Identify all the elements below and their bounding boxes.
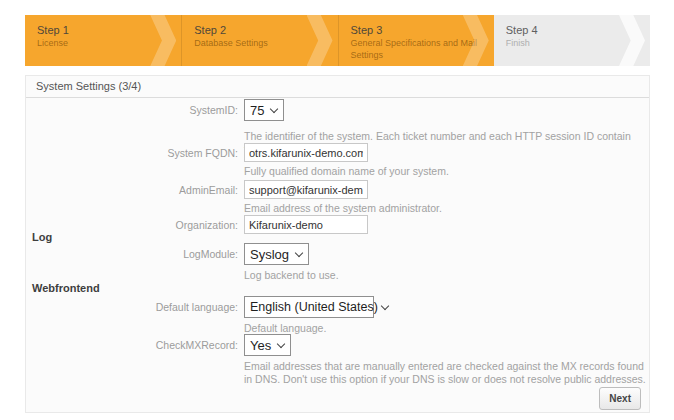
systemid-select[interactable]: 75: [244, 99, 284, 121]
adminemail-label: AdminEmail:: [26, 184, 238, 196]
checkmxrecord-hint: Email addresses that are manually entere…: [244, 360, 646, 386]
next-button[interactable]: Next: [599, 387, 641, 410]
field-row-systemid: SystemID: 75: [26, 98, 649, 122]
step-4-finish: Step 4 Finish: [494, 15, 650, 66]
system-fqdn-input[interactable]: [244, 143, 368, 162]
system-settings-panel: System Settings (3/4) SystemID: 75 The i…: [25, 75, 650, 413]
chevron-down-icon: [277, 339, 285, 347]
chevron-down-icon: [381, 301, 389, 309]
adminemail-input[interactable]: [244, 180, 368, 199]
checkmxrecord-selected-value: Yes: [250, 338, 271, 353]
logmodule-select[interactable]: Syslog: [244, 243, 309, 265]
checkmxrecord-select[interactable]: Yes: [244, 334, 291, 356]
step-1-license: Step 1 License: [25, 15, 181, 66]
organization-label: Organization:: [26, 219, 238, 231]
organization-input[interactable]: [244, 215, 368, 234]
default-language-selected-value: English (United States): [250, 300, 378, 314]
logmodule-hint: Log backend to use.: [244, 269, 339, 282]
field-row-system-fqdn: System FQDN:: [26, 142, 649, 163]
checkmxrecord-label: CheckMXRecord:: [26, 339, 238, 351]
logmodule-label: LogModule:: [26, 248, 238, 260]
systemid-label: SystemID:: [26, 104, 238, 116]
logmodule-selected-value: Syslog: [250, 247, 289, 262]
field-row-checkmxrecord: CheckMXRecord: Yes: [26, 333, 649, 357]
section-heading-webfrontend: Webfrontend: [32, 282, 100, 294]
installer-page: Step 1 License Step 2 Database Settings …: [25, 15, 650, 413]
step-2-database-settings: Step 2 Database Settings: [181, 15, 337, 66]
chevron-down-icon: [295, 248, 303, 256]
system-settings-form: SystemID: 75 The identifier of the syste…: [26, 98, 649, 412]
chevron-down-icon: [270, 104, 278, 112]
field-row-adminemail: AdminEmail:: [26, 179, 649, 200]
field-row-logmodule: LogModule: Syslog: [26, 242, 649, 266]
system-fqdn-label: System FQDN:: [26, 147, 238, 159]
field-row-default-language: Default language: English (United States…: [26, 295, 649, 319]
systemid-selected-value: 75: [250, 103, 264, 118]
wizard-step-bar: Step 1 License Step 2 Database Settings …: [25, 15, 650, 66]
field-row-organization: Organization:: [26, 214, 649, 235]
default-language-label: Default language:: [26, 301, 238, 313]
default-language-select[interactable]: English (United States): [244, 296, 374, 318]
panel-title: System Settings (3/4): [26, 76, 649, 98]
step-3-general-specifications: Step 3 General Specifications and Mail S…: [338, 15, 494, 66]
system-fqdn-hint: Fully qualified domain name of your syst…: [244, 165, 449, 178]
